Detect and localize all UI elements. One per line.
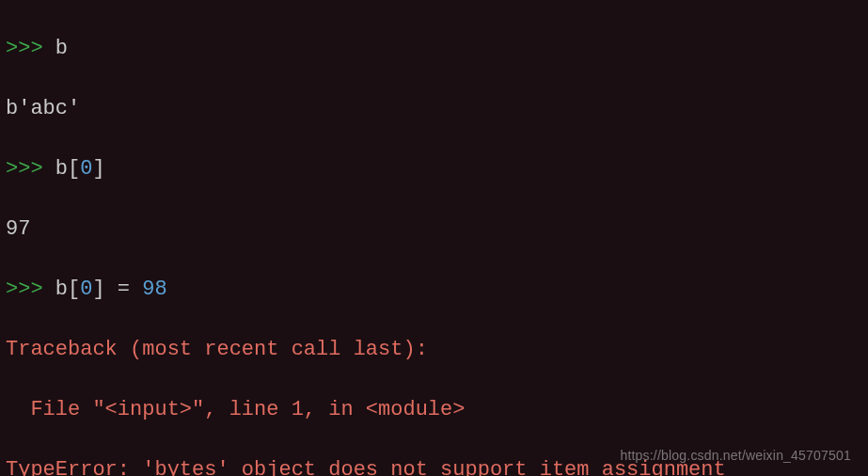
code: [	[68, 278, 80, 301]
repl-line: >>> b[0] = 98	[6, 275, 862, 305]
traceback-file: File "<input>", line 1, in <module>	[6, 395, 862, 425]
prompt: >>>	[6, 278, 55, 301]
repl-line: >>> b	[6, 34, 862, 64]
code: [	[68, 157, 80, 181]
repl-line: >>> b[0]	[6, 154, 862, 184]
terminal-output: >>> b b'abc' >>> b[0] 97 >>> b[0] = 98 T…	[0, 0, 868, 476]
output-line: b'abc'	[6, 94, 862, 124]
output-line: 97	[6, 214, 862, 245]
code: 0	[80, 157, 92, 181]
prompt: >>>	[6, 157, 55, 181]
traceback-header: Traceback (most recent call last):	[6, 335, 862, 365]
code: b	[55, 37, 68, 60]
code: b	[55, 278, 68, 301]
code: 98	[142, 278, 166, 301]
code: ] =	[92, 278, 142, 301]
prompt: >>>	[6, 37, 55, 60]
code: b	[55, 157, 68, 181]
code: 0	[80, 278, 92, 301]
watermark: https://blog.csdn.net/weixin_45707501	[620, 440, 851, 470]
code: ]	[92, 157, 104, 181]
